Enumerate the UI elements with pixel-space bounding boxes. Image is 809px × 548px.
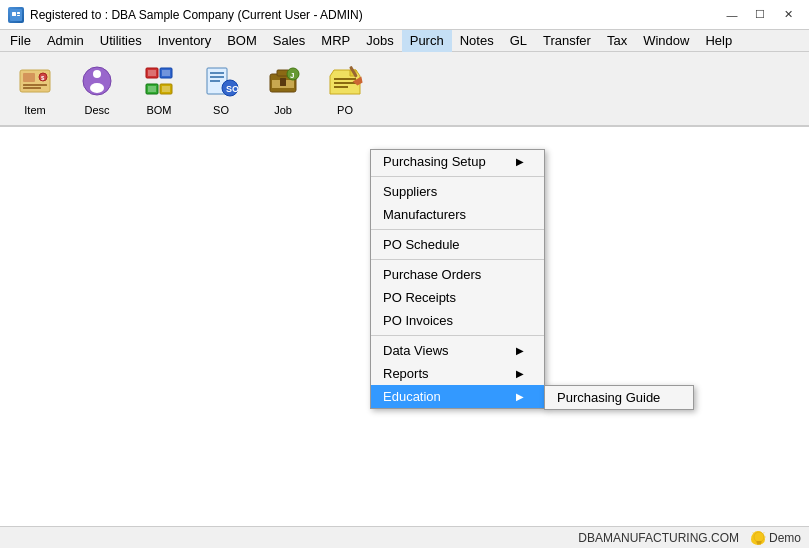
purch-dropdown-menu[interactable]: Purchasing Setup ▶ Suppliers Manufacture… <box>370 149 545 409</box>
separator-1 <box>371 176 544 177</box>
website-text: DBAMANUFACTURING.COM <box>578 531 739 545</box>
arrow-icon: ▶ <box>516 156 524 167</box>
svg-rect-30 <box>280 78 286 86</box>
menu-data-views[interactable]: Data Views ▶ <box>371 339 544 362</box>
education-submenu[interactable]: Purchasing Guide <box>544 385 694 410</box>
desc-icon <box>78 62 116 100</box>
toolbar-po-button[interactable]: PO <box>316 56 374 121</box>
menu-item-jobs[interactable]: Jobs <box>358 30 401 52</box>
menu-manufacturers[interactable]: Manufacturers <box>371 203 544 226</box>
toolbar-bom-button[interactable]: BOM <box>130 56 188 121</box>
menu-item-gl[interactable]: GL <box>502 30 535 52</box>
po-label: PO <box>337 104 353 116</box>
menu-po-schedule[interactable]: PO Schedule <box>371 233 544 256</box>
separator-3 <box>371 259 544 260</box>
item-label: Item <box>24 104 45 116</box>
svg-rect-35 <box>334 82 356 84</box>
app-icon <box>8 7 24 23</box>
menu-po-receipts[interactable]: PO Receipts <box>371 286 544 309</box>
menu-purchasing-setup[interactable]: Purchasing Setup ▶ <box>371 150 544 173</box>
arrow-icon-3: ▶ <box>516 368 524 379</box>
svg-rect-24 <box>210 80 220 82</box>
menu-purchasing-guide[interactable]: Purchasing Guide <box>545 386 693 409</box>
job-label: Job <box>274 104 292 116</box>
svg-rect-19 <box>148 86 156 92</box>
bulb-icon <box>751 531 765 545</box>
menu-purchase-orders[interactable]: Purchase Orders <box>371 263 544 286</box>
svg-point-12 <box>90 83 104 93</box>
bom-icon <box>140 62 178 100</box>
close-button[interactable]: ✕ <box>775 5 801 25</box>
svg-line-44 <box>763 532 764 533</box>
toolbar-desc-button[interactable]: Desc <box>68 56 126 121</box>
toolbar-item-button[interactable]: $ Item <box>6 56 64 121</box>
menu-item-help[interactable]: Help <box>697 30 740 52</box>
svg-text:SO: SO <box>226 84 239 94</box>
menu-item-utilities[interactable]: Utilities <box>92 30 150 52</box>
svg-rect-34 <box>334 78 356 80</box>
svg-rect-22 <box>210 72 224 74</box>
demo-badge: Demo <box>751 531 801 545</box>
svg-rect-36 <box>334 86 348 88</box>
menu-bar: File Admin Utilities Inventory BOM Sales… <box>0 30 809 52</box>
menu-item-file[interactable]: File <box>2 30 39 52</box>
svg-rect-41 <box>756 541 761 543</box>
maximize-button[interactable]: ☐ <box>747 5 773 25</box>
title-text: Registered to : DBA Sample Company (Curr… <box>30 8 363 22</box>
arrow-icon-4: ▶ <box>516 391 524 402</box>
toolbar: $ Item Desc <box>0 52 809 127</box>
svg-rect-18 <box>162 70 170 76</box>
svg-rect-5 <box>23 73 35 82</box>
svg-rect-42 <box>757 543 761 545</box>
desc-label: Desc <box>84 104 109 116</box>
po-icon <box>326 62 364 100</box>
svg-point-40 <box>754 532 764 542</box>
separator-4 <box>371 335 544 336</box>
dropdown-overlay: Purchasing Setup ▶ Suppliers Manufacture… <box>0 149 809 504</box>
menu-item-sales[interactable]: Sales <box>265 30 314 52</box>
menu-education[interactable]: Education ▶ Purchasing Guide <box>371 385 544 408</box>
separator-2 <box>371 229 544 230</box>
minimize-button[interactable]: — <box>719 5 745 25</box>
menu-item-window[interactable]: Window <box>635 30 697 52</box>
menu-suppliers[interactable]: Suppliers <box>371 180 544 203</box>
arrow-icon-2: ▶ <box>516 345 524 356</box>
toolbar-so-button[interactable]: SO SO <box>192 56 250 121</box>
status-right: DBAMANUFACTURING.COM Demo <box>578 531 801 545</box>
menu-item-bom[interactable]: BOM <box>219 30 265 52</box>
menu-po-invoices[interactable]: PO Invoices <box>371 309 544 332</box>
svg-rect-6 <box>23 84 47 86</box>
title-bar: Registered to : DBA Sample Company (Curr… <box>0 0 809 30</box>
svg-rect-20 <box>162 86 170 92</box>
so-icon: SO <box>202 62 240 100</box>
svg-point-11 <box>93 70 101 78</box>
menu-item-inventory[interactable]: Inventory <box>150 30 219 52</box>
toolbar-job-button[interactable]: J Job <box>254 56 312 121</box>
status-bar: DBAMANUFACTURING.COM Demo <box>0 526 809 548</box>
demo-text: Demo <box>769 531 801 545</box>
menu-item-purch[interactable]: Purch <box>402 30 452 52</box>
so-label: SO <box>213 104 229 116</box>
svg-rect-1 <box>12 12 16 16</box>
svg-text:J: J <box>290 71 294 80</box>
menu-item-admin[interactable]: Admin <box>39 30 92 52</box>
svg-rect-7 <box>23 87 41 89</box>
bom-label: BOM <box>146 104 171 116</box>
main-content: Purchasing Setup ▶ Suppliers Manufacture… <box>0 127 809 526</box>
svg-rect-2 <box>17 12 20 14</box>
svg-rect-17 <box>148 70 156 76</box>
menu-item-mrp[interactable]: MRP <box>313 30 358 52</box>
menu-reports[interactable]: Reports ▶ <box>371 362 544 385</box>
menu-item-notes[interactable]: Notes <box>452 30 502 52</box>
job-icon: J <box>264 62 302 100</box>
svg-line-46 <box>753 532 754 533</box>
svg-rect-3 <box>17 15 20 16</box>
svg-rect-23 <box>210 76 224 78</box>
item-icon: $ <box>16 62 54 100</box>
menu-item-transfer[interactable]: Transfer <box>535 30 599 52</box>
title-bar-controls: — ☐ ✕ <box>719 5 801 25</box>
title-bar-left: Registered to : DBA Sample Company (Curr… <box>8 7 363 23</box>
menu-item-tax[interactable]: Tax <box>599 30 635 52</box>
